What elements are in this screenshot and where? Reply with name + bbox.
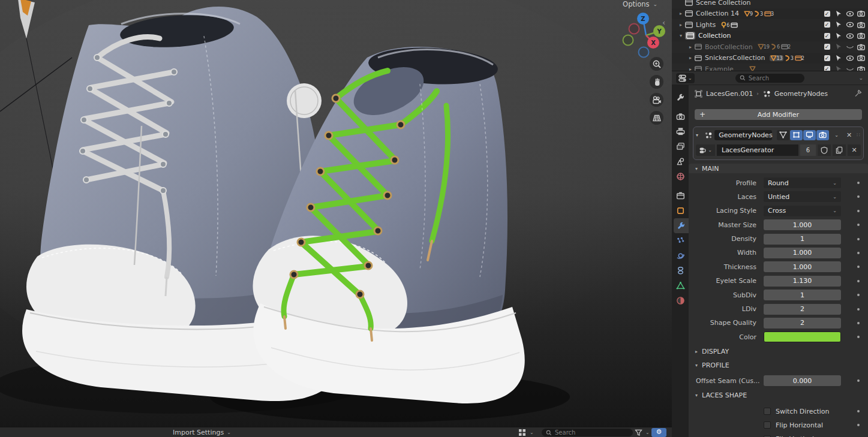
browse-node-group-button[interactable]: ⌄ [696, 144, 715, 156]
master-size-field[interactable]: 1.000 [764, 219, 841, 230]
tab-collection[interactable] [672, 188, 689, 203]
show-in-viewport-toggle[interactable] [803, 130, 816, 140]
decorator-dot[interactable] [857, 266, 860, 268]
decorator-dot[interactable] [857, 210, 860, 212]
panel-main-header[interactable]: ▾ MAIN [689, 164, 868, 173]
show-in-render-toggle[interactable] [816, 130, 829, 140]
eye-visibility-icon[interactable] [845, 54, 854, 62]
panel-profile-header[interactable]: ▾ PROFILE [689, 360, 868, 370]
thickness-field[interactable]: 1.000 [764, 261, 841, 272]
settings-gear-button[interactable]: ⚙ [651, 428, 666, 437]
render-camera-icon[interactable] [857, 65, 866, 71]
unlink-close-icon[interactable]: ✕ [848, 144, 861, 156]
collapse-icon[interactable]: ▾ [677, 33, 685, 38]
properties-search-input[interactable]: Search [735, 74, 804, 83]
exclude-checkbox[interactable]: ✓ [822, 21, 831, 29]
tab-particles[interactable] [672, 233, 689, 248]
ortho-grid-button[interactable] [650, 111, 663, 125]
exclude-checkbox[interactable]: ✓ [822, 54, 831, 62]
decorator-dot[interactable] [857, 294, 860, 296]
fake-user-button[interactable] [818, 144, 831, 156]
breadcrumb-modifier[interactable]: GeometryNodes [774, 90, 828, 98]
asset-search-input[interactable]: Search [542, 429, 633, 436]
width-field[interactable]: 1.000 [764, 248, 841, 258]
filter-button[interactable]: ⌄ [635, 427, 650, 437]
eye-visibility-icon[interactable] [845, 32, 854, 40]
decorator-dot[interactable] [857, 379, 860, 382]
selectable-icon-disabled[interactable] [834, 43, 843, 51]
selectable-icon-disabled[interactable] [834, 65, 843, 71]
viewport-3d[interactable]: Options ⌄ Z Y X ‹ [0, 0, 672, 427]
show-in-editmode-cage-toggle[interactable] [777, 130, 789, 140]
exclude-checkbox[interactable]: ✓ [822, 43, 831, 51]
gizmo-collapse-icon[interactable]: ‹ [662, 18, 665, 27]
tab-material[interactable] [672, 293, 689, 308]
expand-icon[interactable]: ▸ [686, 44, 695, 50]
decorator-dot[interactable] [857, 308, 860, 311]
tab-object-data[interactable] [672, 278, 689, 293]
users-count-button[interactable]: 6 [800, 144, 816, 156]
exclude-checkbox[interactable]: ✓ [822, 32, 831, 40]
decorator-dot[interactable] [857, 195, 860, 198]
switch-direction-checkbox[interactable] [764, 408, 771, 415]
lacing-style-dropdown[interactable]: Cross⌄ [764, 206, 841, 216]
pin-icon[interactable] [854, 89, 862, 98]
tab-constraints[interactable] [672, 263, 689, 278]
tab-tool[interactable] [672, 90, 689, 105]
ldiv-field[interactable]: 2 [764, 304, 841, 315]
decorator-dot[interactable] [857, 182, 860, 184]
render-camera-icon[interactable] [857, 43, 866, 51]
selectable-icon[interactable] [834, 21, 843, 29]
flip-horizontal-checkbox[interactable] [764, 421, 771, 429]
camera-view-button[interactable] [650, 93, 663, 107]
decorator-dot[interactable] [857, 424, 860, 426]
decorator-dot[interactable] [857, 238, 860, 240]
outliner-row-example[interactable]: ▸ Example ✓ [672, 64, 868, 71]
tab-physics[interactable] [672, 248, 689, 263]
tab-world[interactable] [672, 169, 689, 184]
tab-scene[interactable] [672, 154, 689, 169]
breadcrumb-object[interactable]: LacesGen.001 [706, 90, 753, 98]
exclude-checkbox[interactable]: ✓ [822, 10, 831, 17]
outliner-row-lights[interactable]: ▸ Lights 6 ✓ [672, 19, 868, 31]
tab-object[interactable] [672, 203, 689, 218]
color-swatch[interactable] [764, 331, 841, 342]
offset-seam-field[interactable]: 0.000 [764, 375, 841, 386]
decorator-dot[interactable] [857, 252, 860, 254]
subdiv-field[interactable]: 1 [764, 290, 841, 300]
expand-icon[interactable]: ▸ [677, 22, 685, 28]
render-camera-icon[interactable] [857, 10, 866, 17]
shape-quality-field[interactable]: 2 [764, 318, 841, 328]
modifier-extras-dropdown[interactable]: ⌄ [834, 132, 840, 138]
decorator-dot[interactable] [857, 410, 860, 412]
outliner-row-scene-collection[interactable]: Scene Collection [672, 0, 868, 8]
editor-type-button[interactable]: ⌄ [676, 73, 695, 83]
outliner-row-collection-14[interactable]: ▸ Collection 14 9 3 3 ✓ [672, 8, 868, 20]
zoom-tool-button[interactable] [650, 57, 663, 71]
exclude-checkbox[interactable]: ✓ [822, 65, 831, 71]
tab-render[interactable] [672, 109, 689, 124]
tab-modifiers[interactable] [674, 218, 689, 233]
eye-closed-icon[interactable] [845, 43, 854, 51]
decorator-dot[interactable] [857, 336, 860, 338]
duplicate-icon[interactable] [833, 144, 846, 156]
pan-tool-button[interactable] [650, 75, 663, 89]
tab-output[interactable] [672, 124, 689, 139]
viewport-options-menu[interactable]: Options ⌄ [618, 0, 662, 10]
panel-display-header[interactable]: ▸ DISPLAY [689, 346, 868, 356]
selectable-icon[interactable] [834, 54, 843, 62]
show-in-editmode-toggle[interactable] [790, 130, 803, 140]
outliner-row-collection[interactable]: ▾ Collection ✓ [672, 31, 868, 42]
profile-dropdown[interactable]: Round⌄ [764, 177, 841, 188]
chevron-down-icon[interactable]: ⌄ [858, 75, 863, 81]
laces-dropdown[interactable]: Untied⌄ [764, 191, 841, 202]
selectable-icon[interactable] [834, 10, 843, 17]
node-group-name-field[interactable]: LacesGenerator [717, 144, 798, 156]
render-camera-icon[interactable] [857, 54, 866, 62]
import-settings-menu[interactable]: Import Settings ⌄ [173, 427, 231, 437]
render-camera-icon[interactable] [857, 21, 866, 29]
eye-visibility-icon[interactable] [845, 21, 854, 29]
drag-handle[interactable]: ∷ [857, 132, 861, 138]
density-field[interactable]: 1 [764, 234, 841, 245]
tab-view-layer[interactable] [672, 139, 689, 154]
